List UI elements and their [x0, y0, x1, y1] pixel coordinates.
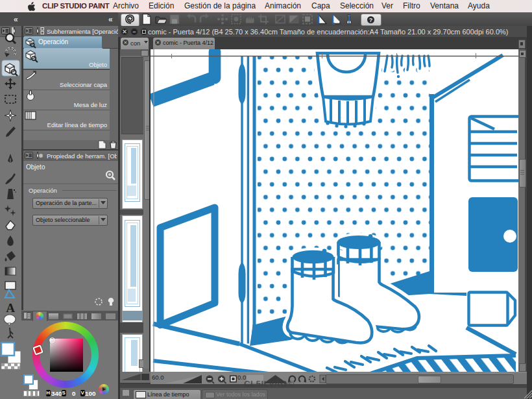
- svg-text:A: A: [6, 301, 15, 315]
